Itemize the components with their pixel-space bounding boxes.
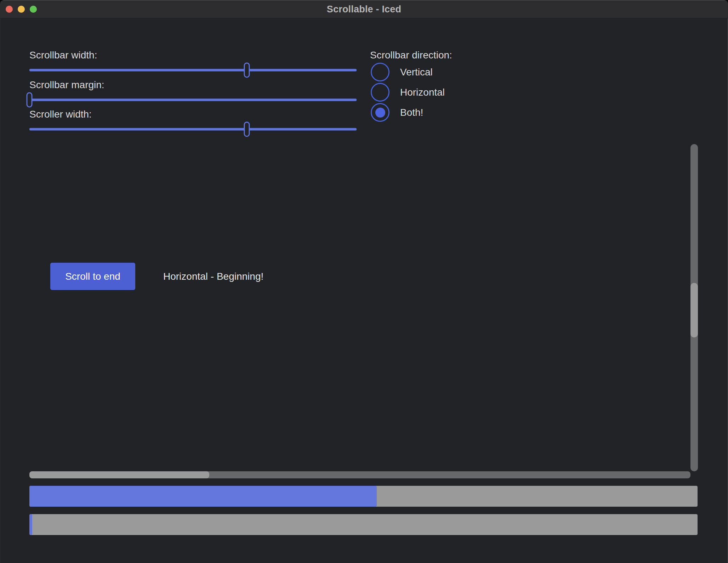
radio-group-label: Scrollbar direction: <box>370 50 452 61</box>
radio-icon[interactable] <box>371 63 389 81</box>
slider-handle[interactable] <box>244 63 250 78</box>
scroll-status-text: Horizontal - Beginning! <box>163 263 263 290</box>
horizontal-scrollbar-thumb[interactable] <box>29 471 209 478</box>
radio-label: Horizontal <box>400 87 445 98</box>
slider-rail[interactable] <box>29 69 357 72</box>
slider-scrollbar-margin[interactable] <box>29 92 357 108</box>
slider-scroller-width[interactable] <box>29 121 357 137</box>
zoom-button[interactable] <box>30 6 37 13</box>
radio-selected-dot <box>375 108 385 118</box>
minimize-button[interactable] <box>18 6 25 13</box>
vertical-scrollbar-track[interactable] <box>690 144 698 471</box>
slider-scrollbar-width[interactable] <box>29 62 357 78</box>
vertical-offset-progress-bar <box>29 514 698 535</box>
horizontal-scrollbar-track[interactable] <box>29 471 690 478</box>
radio-label: Vertical <box>400 67 433 78</box>
horizontal-offset-progress-bar <box>29 486 698 507</box>
scroll-to-end-button[interactable]: Scroll to end <box>50 263 135 290</box>
progress-fill <box>29 486 377 507</box>
radio-icon[interactable] <box>371 103 389 122</box>
app-window: Scrollable - Iced Scrollbar width: Scrol… <box>0 0 728 563</box>
titlebar[interactable]: Scrollable - Iced <box>0 0 728 18</box>
slider-label-scrollbar-width: Scrollbar width: <box>29 50 97 61</box>
radio-option-vertical[interactable]: Vertical <box>371 63 433 81</box>
slider-rail[interactable] <box>29 99 357 101</box>
progress-fill <box>29 514 32 535</box>
radio-label: Both! <box>400 107 423 118</box>
radio-option-both[interactable]: Both! <box>371 103 423 122</box>
radio-option-horizontal[interactable]: Horizontal <box>371 83 445 102</box>
slider-label-scrollbar-margin: Scrollbar margin: <box>29 79 104 91</box>
slider-rail[interactable] <box>29 128 357 131</box>
window-title: Scrollable - Iced <box>327 4 401 15</box>
close-button[interactable] <box>6 6 13 13</box>
slider-label-scroller-width: Scroller width: <box>29 109 92 120</box>
slider-handle[interactable] <box>27 92 33 108</box>
traffic-lights <box>6 0 37 18</box>
vertical-scrollbar-thumb[interactable] <box>690 283 698 337</box>
radio-icon[interactable] <box>371 83 389 102</box>
slider-handle[interactable] <box>244 122 250 137</box>
